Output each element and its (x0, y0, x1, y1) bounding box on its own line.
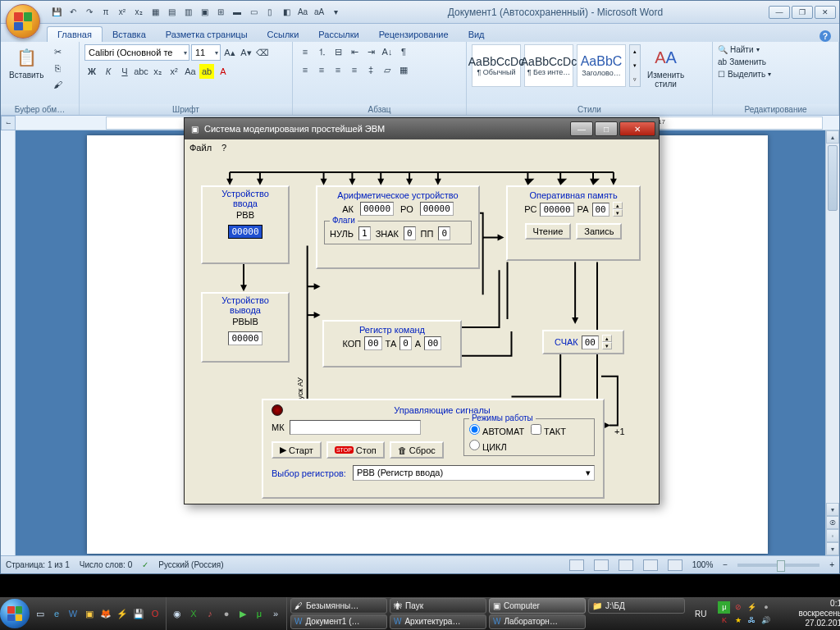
sim-maximize-button[interactable]: □ (595, 121, 618, 136)
style-heading[interactable]: AaBbCЗаголово… (577, 44, 626, 87)
view-print-icon[interactable] (569, 559, 584, 571)
flag-nul[interactable]: 1 (358, 226, 371, 240)
show-marks-icon[interactable]: ¶ (396, 44, 411, 59)
ql-app-icon[interactable]: ▶ (235, 606, 250, 621)
qat-icon[interactable]: ◧ (280, 6, 293, 19)
tray-icon[interactable]: ⊘ (732, 601, 744, 614)
qat-icon[interactable]: ⊞ (214, 6, 227, 19)
ql-more-icon[interactable]: » (268, 606, 283, 621)
schak-value[interactable]: 00 (582, 336, 599, 349)
next-page-icon[interactable]: ▾ (826, 542, 839, 555)
zoom-out-icon[interactable]: − (723, 560, 728, 569)
align-right-icon[interactable]: ≡ (331, 62, 345, 77)
tab-mailings[interactable]: Рассылки (308, 27, 368, 42)
tab-review[interactable]: Рецензирование (369, 27, 459, 42)
clear-format-icon[interactable]: ⌫ (255, 45, 270, 60)
task-button[interactable]: WАрхитектура… (390, 614, 486, 630)
flag-pp[interactable]: 0 (438, 226, 450, 240)
qat-icon[interactable]: ▥ (181, 6, 194, 19)
ql-tc-icon[interactable]: ▣ (82, 606, 97, 621)
ro-value[interactable]: 00000 (420, 202, 454, 216)
format-painter-icon[interactable]: 🖌 (50, 77, 65, 92)
view-read-icon[interactable] (594, 559, 609, 571)
tray-icon[interactable] (774, 601, 786, 614)
write-button[interactable]: Запись (576, 223, 622, 240)
start-button[interactable] (0, 597, 30, 630)
style-nospacing[interactable]: AaBbCcDc¶ Без инте… (524, 44, 573, 87)
zoom-slider[interactable] (737, 564, 819, 567)
zoom-in-icon[interactable]: + (829, 560, 834, 569)
ql-daemon-icon[interactable]: ⚡ (115, 606, 130, 621)
line-spacing-icon[interactable]: ‡ (363, 62, 378, 77)
status-lang[interactable]: Русский (Россия) (158, 560, 223, 569)
vertical-ruler[interactable] (1, 130, 16, 555)
qat-icon[interactable]: ▣ (198, 6, 211, 19)
superscript-icon[interactable]: x² (167, 64, 181, 79)
scroll-thumb[interactable] (828, 145, 838, 211)
bullets-icon[interactable]: ≡ (298, 44, 313, 59)
qat-icon[interactable]: Aa (296, 6, 309, 19)
zoom-level[interactable]: 100% (692, 560, 714, 569)
subscript-icon[interactable]: x₂ (150, 64, 165, 79)
ql-utorrent-icon[interactable]: μ (252, 606, 267, 621)
indent-icon[interactable]: ⇥ (363, 44, 378, 59)
ql-firefox-icon[interactable]: 🦊 (98, 606, 113, 621)
subscript-icon[interactable]: x₂ (132, 6, 145, 19)
reset-button[interactable]: 🗑Сброс (390, 441, 444, 459)
pi-icon[interactable]: π (99, 6, 112, 19)
strike-icon[interactable]: abc (134, 64, 148, 79)
tray-icon[interactable]: ⚡ (746, 601, 758, 614)
stop-button[interactable]: STOPСтоп (326, 441, 385, 459)
mode-auto[interactable]: АВТОМАТ (469, 424, 527, 436)
clock[interactable]: 0:11 воскресенье 27.02.2011 (792, 597, 840, 630)
menu-file[interactable]: Файл (189, 143, 212, 153)
task-button[interactable]: ▣Computer (489, 598, 586, 614)
flag-znak[interactable]: 0 (404, 226, 416, 240)
sim-minimize-button[interactable]: — (570, 121, 593, 136)
qat-icon[interactable]: ▯ (263, 6, 276, 19)
regsel-combo[interactable]: РВВ (Регистр ввода)▾ (353, 465, 595, 481)
replace-button[interactable]: abЗаменить (718, 57, 771, 67)
cut-icon[interactable]: ✂ (50, 44, 65, 59)
tray-icon[interactable]: ● (760, 601, 772, 614)
tab-home[interactable]: Главная (47, 26, 103, 42)
ql-save-icon[interactable]: 💾 (131, 606, 146, 621)
ql-chrome-icon[interactable]: ◉ (170, 606, 185, 621)
font-name-combo[interactable]: Calibri (Основной те (84, 44, 189, 61)
task-button[interactable]: 📁J:\БД (588, 598, 685, 614)
ra-spinner[interactable]: ▴▾ (613, 202, 623, 217)
minimize-button[interactable]: — (769, 6, 790, 19)
volume-icon[interactable]: 🔊 (760, 614, 772, 627)
view-web-icon[interactable] (619, 559, 633, 571)
rc-value[interactable]: 00000 (540, 203, 573, 217)
qat-dropdown-icon[interactable]: ▾ (329, 6, 342, 19)
read-button[interactable]: Чтение (525, 223, 572, 240)
sim-close-button[interactable]: ✕ (619, 121, 655, 136)
rvyv-value[interactable]: 00000 (228, 331, 262, 345)
task-button[interactable]: WЛабораторн… (489, 614, 586, 630)
outdent-icon[interactable]: ⇤ (347, 44, 362, 59)
font-size-combo[interactable]: 11 (191, 44, 221, 61)
underline-icon[interactable]: Ч (117, 64, 132, 79)
scroll-up-icon[interactable]: ▴ (826, 130, 839, 144)
tab-references[interactable]: Ссылки (258, 27, 309, 42)
close-button[interactable]: ✕ (815, 6, 836, 19)
tray-icon[interactable]: 🖧 (746, 614, 758, 627)
select-button[interactable]: ☐Выделить▾ (718, 69, 771, 80)
redo-icon[interactable]: ↷ (83, 6, 96, 19)
view-draft-icon[interactable] (668, 559, 682, 571)
vertical-scrollbar[interactable]: ▴ ▾ ⦿ ◦ ▾ (825, 130, 839, 555)
mode-takt[interactable]: ТАКТ (531, 424, 589, 436)
sort-icon[interactable]: A↓ (380, 44, 395, 59)
qat-icon[interactable]: ▤ (165, 6, 178, 19)
menu-help[interactable]: ? (221, 143, 226, 153)
schak-spinner[interactable]: ▴▾ (602, 335, 612, 349)
style-normal[interactable]: AaBbCcDc¶ Обычный (472, 44, 521, 87)
tray-icon[interactable] (774, 614, 786, 627)
tray-icon[interactable]: μ (718, 601, 730, 614)
tray-icon[interactable]: K (718, 614, 730, 627)
numbering-icon[interactable]: ⒈ (314, 44, 329, 59)
browse-icon[interactable]: ◦ (826, 529, 839, 542)
change-case-icon[interactable]: Aa (183, 64, 198, 79)
task-button[interactable]: 🕷Паук (390, 598, 486, 614)
